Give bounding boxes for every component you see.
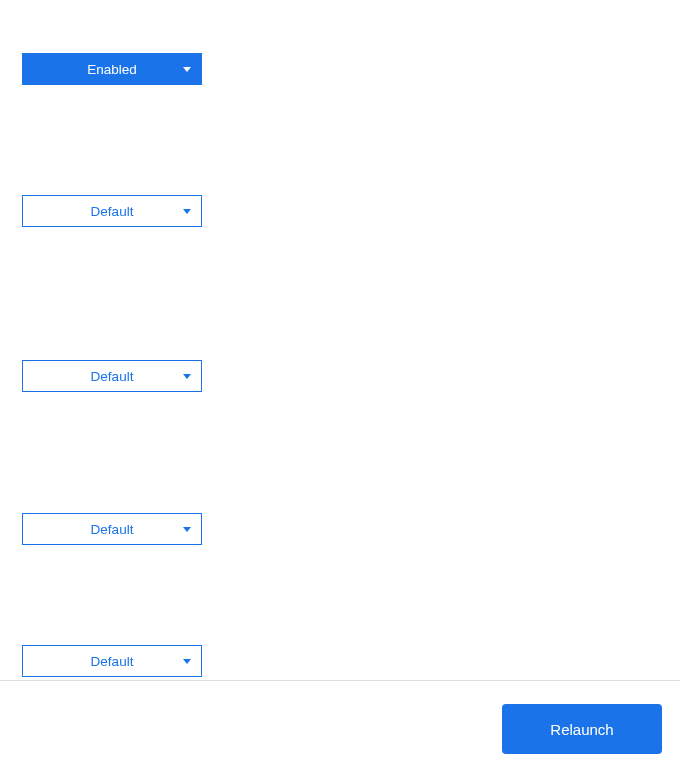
chevron-down-icon [183, 209, 191, 214]
flag-dropdown-3-label: Default [23, 369, 201, 384]
chevron-down-icon [183, 67, 191, 72]
flag-dropdown-1[interactable]: Enabled [22, 53, 202, 85]
flag-dropdown-5[interactable]: Default [22, 645, 202, 677]
chevron-down-icon [183, 659, 191, 664]
relaunch-button-label: Relaunch [550, 721, 613, 738]
relaunch-button[interactable]: Relaunch [502, 704, 662, 754]
flag-dropdown-5-label: Default [23, 654, 201, 669]
chevron-down-icon [183, 527, 191, 532]
flag-dropdown-1-label: Enabled [23, 62, 201, 77]
flag-dropdown-2-label: Default [23, 204, 201, 219]
flag-dropdown-3[interactable]: Default [22, 360, 202, 392]
flag-dropdown-4[interactable]: Default [22, 513, 202, 545]
flags-content: Enabled Default Default Default Default [0, 0, 680, 680]
flag-dropdown-4-label: Default [23, 522, 201, 537]
footer: Relaunch [0, 681, 680, 774]
chevron-down-icon [183, 374, 191, 379]
flag-dropdown-2[interactable]: Default [22, 195, 202, 227]
